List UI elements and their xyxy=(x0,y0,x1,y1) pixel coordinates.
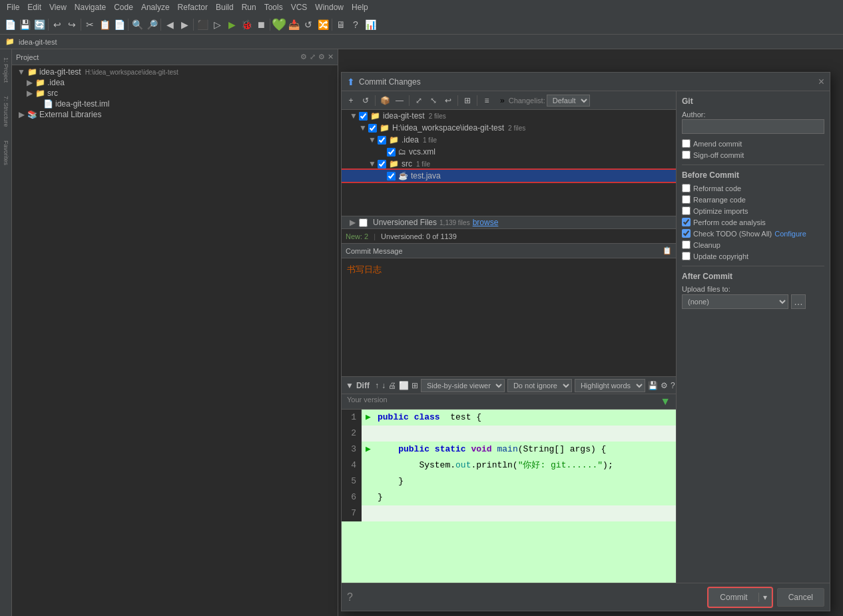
menu-help[interactable]: Help xyxy=(348,1,372,13)
ft-row-idea[interactable]: ▼ 📁 .idea 1 file xyxy=(342,134,676,146)
toolbar-vcs-push[interactable]: ↺ xyxy=(301,17,316,32)
ft-row-unversioned[interactable]: ▶ Unversioned Files 1,139 files browse xyxy=(342,216,676,229)
ct-move[interactable]: 📦 xyxy=(378,94,392,107)
ft-row-testjava[interactable]: ☕ test.java xyxy=(342,170,676,182)
diff-up[interactable]: ↑ xyxy=(375,379,379,392)
signoff-checkbox[interactable] xyxy=(682,151,691,159)
footer-help-icon[interactable]: ? xyxy=(347,591,353,603)
tree-item-extlibs[interactable]: ▶ 📚 External Libraries xyxy=(12,109,338,120)
menu-file[interactable]: File xyxy=(3,1,23,13)
diff-print[interactable]: 🖨 xyxy=(388,379,396,392)
ft-row-path[interactable]: ▼ 📁 H:\idea_workspace\idea-git-test 2 fi… xyxy=(342,122,676,134)
browse-link[interactable]: browse xyxy=(473,218,499,227)
toolbar-build[interactable]: ⬛ xyxy=(195,17,210,32)
menu-window[interactable]: Window xyxy=(311,1,348,13)
ft-row-src[interactable]: ▼ 📁 src 1 file xyxy=(342,158,676,170)
side-structure-icon[interactable]: 7: Structure xyxy=(3,96,9,127)
commit-msg-icon[interactable]: 📋 xyxy=(663,246,672,255)
ft-check-path[interactable] xyxy=(368,124,377,133)
ct-remove[interactable]: — xyxy=(393,94,406,107)
menu-navigate[interactable]: Navigate xyxy=(71,1,110,13)
ct-expand[interactable]: ⤢ xyxy=(412,94,425,107)
tree-item-root[interactable]: ▼ 📁 idea-git-test H:\idea_workspace\idea… xyxy=(12,67,338,77)
toolbar-vcs-update[interactable]: 📥 xyxy=(286,17,301,32)
checktodo-checkbox[interactable] xyxy=(682,229,691,238)
toolbar-redo[interactable]: ↪ xyxy=(65,17,79,32)
cancel-button[interactable]: Cancel xyxy=(777,588,824,607)
toolbar-forward[interactable]: ▶ xyxy=(177,17,192,32)
tree-item-iml[interactable]: 📄 idea-git-test.iml xyxy=(12,99,338,109)
toolbar-replace[interactable]: 🔎 xyxy=(144,17,159,32)
project-gear-icon[interactable]: ⚙ xyxy=(318,53,325,61)
commit-dropdown-arrow[interactable]: ▾ xyxy=(759,593,771,602)
menu-tools[interactable]: Tools xyxy=(260,1,287,13)
toolbar-undo[interactable]: ↩ xyxy=(50,17,65,32)
ct-add[interactable]: + xyxy=(344,94,358,107)
toolbar-terminal[interactable]: 🖥 xyxy=(334,17,348,32)
commit-msg-body[interactable]: 书写日志 xyxy=(342,258,676,376)
commit-button[interactable]: Commit xyxy=(709,593,758,602)
amend-checkbox[interactable] xyxy=(682,139,691,148)
project-settings-icon[interactable]: ⚙ xyxy=(300,53,307,61)
upload-select[interactable]: (none) xyxy=(682,294,788,309)
ft-row-vcs[interactable]: 🗂 vcs.xml xyxy=(342,146,676,158)
code-area[interactable]: 1 ▶ public class test { 2 3 ▶ xyxy=(342,410,676,583)
configure-link[interactable]: Configure xyxy=(774,230,806,238)
menu-edit[interactable]: Edit xyxy=(23,1,45,13)
toolbar-back[interactable]: ◀ xyxy=(162,17,177,32)
menu-view[interactable]: View xyxy=(45,1,71,13)
side-project-icon[interactable]: 1: Project xyxy=(3,57,9,83)
reformat-checkbox[interactable] xyxy=(682,184,691,192)
project-hide-icon[interactable]: ✕ xyxy=(328,53,334,61)
toolbar-vcs-branch[interactable]: 🔀 xyxy=(316,17,330,32)
toolbar-find[interactable]: 🔍 xyxy=(130,17,144,32)
ft-check-root[interactable] xyxy=(359,112,368,121)
toolbar-run[interactable]: ▶ xyxy=(224,17,239,32)
copyright-checkbox[interactable] xyxy=(682,252,691,260)
upload-more-button[interactable]: … xyxy=(791,294,806,309)
toolbar-debug[interactable]: 🐞 xyxy=(239,17,254,32)
cleanup-checkbox[interactable] xyxy=(682,240,691,249)
project-expand-icon[interactable]: ⤢ xyxy=(310,53,316,61)
diff-ignore-select[interactable]: Do not ignore xyxy=(507,379,572,392)
tree-item-src[interactable]: ▶ 📁 src xyxy=(12,88,338,99)
author-input[interactable] xyxy=(682,119,824,134)
menu-run[interactable]: Run xyxy=(238,1,260,13)
dialog-close-button[interactable]: × xyxy=(818,76,824,88)
toolbar-run-config[interactable]: ▷ xyxy=(210,17,224,32)
toolbar-save[interactable]: 💾 xyxy=(17,17,32,32)
menu-analyze[interactable]: Analyze xyxy=(137,1,174,13)
diff-help[interactable]: ? xyxy=(671,379,675,392)
toolbar-cut[interactable]: ✂ xyxy=(83,17,97,32)
diff-save[interactable]: 💾 xyxy=(648,379,658,392)
toolbar-help[interactable]: ? xyxy=(348,17,363,32)
diff-collapse-arrow[interactable]: ▼ xyxy=(346,381,354,390)
diff-frame[interactable]: ⬜ xyxy=(399,379,409,392)
toolbar-new[interactable]: 📄 xyxy=(3,17,17,32)
side-favorites-icon[interactable]: Favorites xyxy=(3,141,9,165)
menu-vcs[interactable]: VCS xyxy=(287,1,312,13)
rearrange-checkbox[interactable] xyxy=(682,195,691,204)
menu-refactor[interactable]: Refactor xyxy=(174,1,212,13)
diff-highlight-select[interactable]: Highlight words xyxy=(575,379,645,392)
menu-code[interactable]: Code xyxy=(110,1,137,13)
toolbar-plugins[interactable]: 📊 xyxy=(363,17,378,32)
toolbar-vcs-commit[interactable]: 💚 xyxy=(272,17,286,32)
tree-item-idea[interactable]: ▶ 📁 .idea xyxy=(12,77,338,88)
ct-diff[interactable]: ⊞ xyxy=(461,94,474,107)
ct-more[interactable]: » xyxy=(500,96,505,105)
ct-collapse[interactable]: ⤡ xyxy=(427,94,440,107)
ct-refresh[interactable]: ↺ xyxy=(359,94,372,107)
toolbar-paste[interactable]: 📄 xyxy=(112,17,127,32)
perform-checkbox[interactable] xyxy=(682,218,691,226)
diff-settings[interactable]: ⚙ xyxy=(661,379,668,392)
ct-sort[interactable]: ≡ xyxy=(480,94,493,107)
ft-check-testjava[interactable] xyxy=(387,172,396,180)
optimize-checkbox[interactable] xyxy=(682,206,691,215)
diff-down[interactable]: ↓ xyxy=(382,379,386,392)
ft-check-unversioned[interactable] xyxy=(359,218,368,227)
diff-expand[interactable]: ⊞ xyxy=(412,379,418,392)
toolbar-sync[interactable]: 🔄 xyxy=(32,17,47,32)
changelist-dropdown[interactable]: Default xyxy=(547,95,590,107)
ft-row-root[interactable]: ▼ 📁 idea-git-test 2 files xyxy=(342,110,676,122)
